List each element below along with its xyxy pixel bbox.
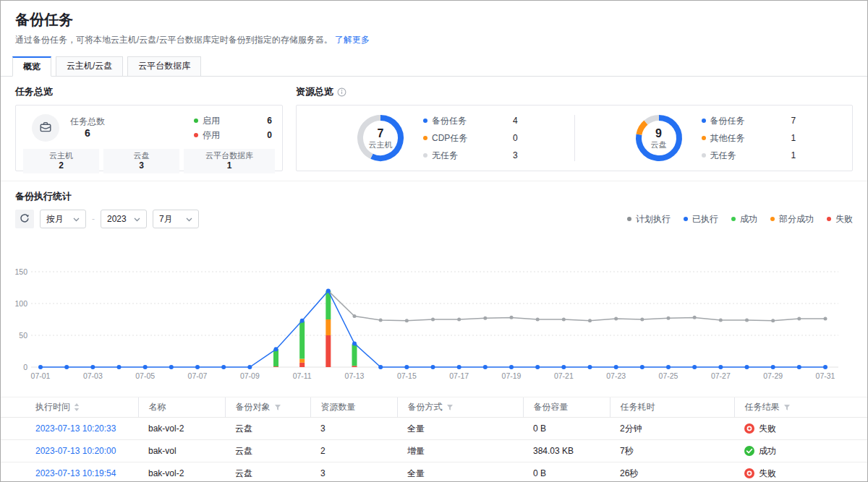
year-select-value: 2023 xyxy=(107,214,127,224)
task-type-value: 1 xyxy=(184,160,275,171)
legend-value: 3 xyxy=(513,150,526,160)
task-status-row: 启用6 xyxy=(194,115,272,127)
task-type-box[interactable]: 云主机2 xyxy=(23,149,99,173)
legend-label: CDP任务 xyxy=(432,132,467,145)
donut-legend: 备份任务4CDP任务0无任务3 xyxy=(423,115,526,162)
column-header[interactable]: 任务耗时 xyxy=(610,397,734,418)
chart-legend-item[interactable]: 失败 xyxy=(827,213,853,225)
filter-separator: - xyxy=(92,214,95,224)
resource-donut-group: 9云盘备份任务7其他任务1无任务1 xyxy=(575,112,853,164)
svg-text:50: 50 xyxy=(19,331,27,340)
legend-dot-icon xyxy=(684,217,688,221)
resource-overview-section: 资源总览 7云主机备份任务4CDP任务0无任务39云盘备份任务7其他任务1无任务… xyxy=(296,85,853,171)
task-overview-title: 任务总览 xyxy=(15,85,283,98)
column-label: 任务耗时 xyxy=(621,401,655,413)
tab-bar: 概览云主机/云盘云平台数据库 xyxy=(1,56,867,77)
period-select[interactable]: 按月 xyxy=(40,210,86,228)
legend-dot-icon xyxy=(423,153,427,158)
name-cell: bak-vol xyxy=(138,440,225,462)
table-row: 2023-07-13 10:20:00bak-vol云盘2增量384.03 KB… xyxy=(1,440,867,462)
column-label: 备份容量 xyxy=(534,401,569,413)
task-result-text: 失败 xyxy=(759,423,776,435)
donut-value: 7 xyxy=(378,127,384,140)
column-header[interactable]: 备份容量 xyxy=(523,397,610,418)
resource-count-cell: 3 xyxy=(310,418,397,440)
year-select[interactable]: 2023 xyxy=(101,210,147,228)
month-select[interactable]: 7月 xyxy=(153,210,199,228)
learn-more-link[interactable]: 了解更多 xyxy=(335,35,370,45)
column-header[interactable]: 执行时间 xyxy=(1,397,138,418)
task-result-cell: 失败 xyxy=(744,418,867,439)
svg-text:07-13: 07-13 xyxy=(345,371,365,380)
column-label: 资源数量 xyxy=(321,401,356,413)
status-value: 0 xyxy=(267,130,272,140)
task-type-box[interactable]: 云平台数据库1 xyxy=(184,149,275,173)
tab[interactable]: 概览 xyxy=(12,56,51,77)
filter-icon[interactable] xyxy=(783,404,791,411)
month-select-value: 7月 xyxy=(159,213,179,225)
name-cell: bak-vol-2 xyxy=(138,462,225,482)
chevron-down-icon xyxy=(134,214,140,224)
donut-legend-row: CDP任务0 xyxy=(423,132,526,145)
refresh-button[interactable] xyxy=(15,210,34,228)
fail-icon xyxy=(744,468,754,478)
task-result-cell: 成功 xyxy=(744,440,867,462)
task-status-row: 停用0 xyxy=(194,129,272,142)
legend-value: 1 xyxy=(791,150,804,160)
execution-time-link[interactable]: 2023-07-13 10:20:00 xyxy=(35,446,116,456)
legend-dot-icon xyxy=(827,217,831,221)
chart-legend-item[interactable]: 已执行 xyxy=(684,213,718,225)
column-header[interactable]: 备份对象 xyxy=(225,397,310,418)
tab[interactable]: 云平台数据库 xyxy=(127,56,201,77)
legend-label: 已执行 xyxy=(692,213,718,225)
column-header[interactable]: 名称 xyxy=(138,397,225,418)
overview-row: 任务总览 任务总数 6 xyxy=(15,85,853,171)
legend-label: 失败 xyxy=(835,213,853,225)
stats-controls: 按月 - 2023 7月 计划执行已执行成功部分成功失败 xyxy=(15,210,853,228)
filter-icon[interactable] xyxy=(446,404,454,411)
backup-method-cell: 全量 xyxy=(397,418,523,440)
task-total: 任务总数 6 xyxy=(70,116,105,139)
task-type-value: 2 xyxy=(23,160,99,171)
sort-icon[interactable] xyxy=(74,403,80,411)
backup-size-cell: 0 B xyxy=(523,462,610,482)
chart-legend-item[interactable]: 计划执行 xyxy=(627,213,671,225)
chart-legend-item[interactable]: 部分成功 xyxy=(770,213,814,225)
status-label: 停用 xyxy=(203,129,220,142)
page-header: 备份任务 通过备份任务，可将本地云主机/云盘/云平台数据库定时备份到指定的存储服… xyxy=(1,1,867,46)
donut-label: 云盘 xyxy=(651,140,667,150)
legend-dot-icon xyxy=(702,119,706,123)
task-type-boxes: 云主机2云盘3云平台数据库1 xyxy=(23,149,275,173)
task-result-text: 失败 xyxy=(759,468,776,480)
backup-object-cell: 云盘 xyxy=(225,440,310,462)
table-row: 2023-07-13 10:20:33bak-vol-2云盘3全量0 B2分钟失… xyxy=(1,418,867,440)
execution-time-link[interactable]: 2023-07-13 10:19:54 xyxy=(35,468,116,478)
column-header[interactable]: 资源数量 xyxy=(310,397,397,418)
backup-chart: 05010015007-0107-0307-0507-0707-0907-110… xyxy=(15,264,853,388)
donut-label: 云主机 xyxy=(369,140,393,150)
legend-dot-icon xyxy=(770,217,775,221)
task-overview-section: 任务总览 任务总数 6 xyxy=(15,85,283,171)
column-label: 备份对象 xyxy=(236,401,271,413)
column-header[interactable]: 备份方式 xyxy=(397,397,523,418)
filter-icon[interactable] xyxy=(274,404,281,411)
task-type-box[interactable]: 云盘3 xyxy=(103,149,179,173)
column-label: 备份方式 xyxy=(408,401,443,413)
task-status-legend: 启用6停用0 xyxy=(194,115,272,142)
status-label: 启用 xyxy=(203,115,220,127)
backup-stats-title: 备份执行统计 xyxy=(15,190,853,203)
info-icon[interactable] xyxy=(337,87,346,97)
legend-label: 备份任务 xyxy=(432,115,467,127)
svg-text:07-05: 07-05 xyxy=(135,371,155,380)
svg-text:07-15: 07-15 xyxy=(397,371,417,380)
tab[interactable]: 云主机/云盘 xyxy=(56,56,123,77)
backup-method-cell: 增量 xyxy=(397,440,523,462)
execution-time-link[interactable]: 2023-07-13 10:20:33 xyxy=(35,423,116,434)
column-label: 名称 xyxy=(149,401,166,413)
chart-legend-item[interactable]: 成功 xyxy=(731,213,757,225)
column-header[interactable]: 任务结果 xyxy=(734,397,867,418)
status-dot-icon xyxy=(194,119,198,123)
resource-donut-group: 7云主机备份任务4CDP任务0无任务3 xyxy=(297,112,574,164)
table-row: 2023-07-13 10:19:54bak-vol-2云盘3全量0 B26秒失… xyxy=(1,462,867,482)
svg-text:07-01: 07-01 xyxy=(31,371,51,380)
